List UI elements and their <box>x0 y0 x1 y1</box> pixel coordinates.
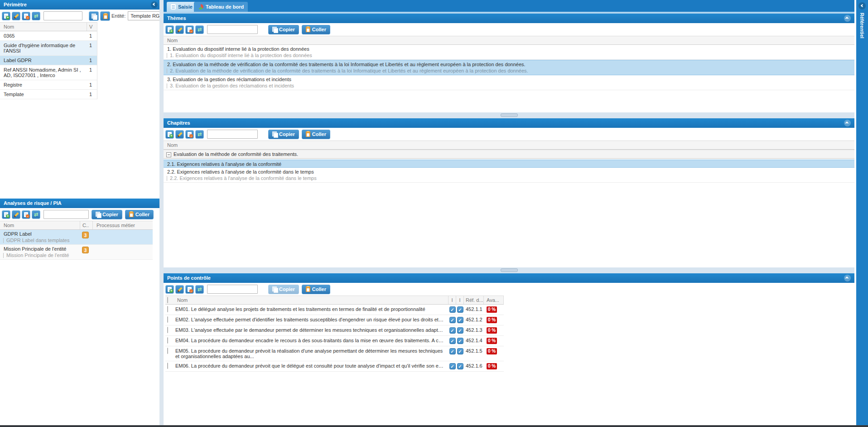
table-row[interactable]: Ref ANSSI Nomadisme, Admin SI , AD, ISO2… <box>0 65 97 80</box>
collapse-west-button[interactable] <box>151 1 158 8</box>
table-row[interactable]: 3. Evaluation de la gestion des réclamat… <box>164 75 854 90</box>
table-row[interactable]: Template 1 <box>0 90 97 99</box>
edit-button[interactable] <box>175 25 184 34</box>
expand-referentiel-button[interactable] <box>858 2 866 10</box>
column-header-nom[interactable]: Nom <box>0 221 80 229</box>
edit-button[interactable] <box>175 285 184 294</box>
collapse-themes-button[interactable] <box>844 15 851 22</box>
select-all-checkbox[interactable] <box>167 297 168 303</box>
checked-checkbox-icon[interactable]: ✓ <box>449 363 456 369</box>
table-row[interactable]: EM03. L'analyse effectuée par le demande… <box>165 325 504 336</box>
table-row[interactable]: 1. Evaluation du dispositif interne lié … <box>164 45 854 60</box>
copier-button[interactable]: Copier <box>92 210 122 219</box>
checked-checkbox-icon[interactable]: ✓ <box>457 338 463 344</box>
tab-saisie[interactable]: Saisie <box>167 2 197 12</box>
row-checkbox[interactable] <box>167 327 168 333</box>
table-row[interactable]: EM04. La procédure du demandeur encadre … <box>165 336 504 346</box>
table-row[interactable]: 0365 1 <box>0 31 97 41</box>
analyses-filter-input[interactable] <box>43 210 89 219</box>
copier-button-disabled[interactable]: Copier <box>268 285 299 294</box>
table-row[interactable]: Mission Principale de l'entité Mission P… <box>0 245 153 260</box>
row-checkbox[interactable] <box>167 337 168 344</box>
coller-button[interactable]: Coller <box>302 285 330 294</box>
column-header-nom[interactable]: Nom <box>175 296 448 304</box>
column-header-ava[interactable]: Ava... <box>484 296 504 304</box>
coller-button[interactable]: Coller <box>302 130 330 139</box>
checked-checkbox-icon[interactable]: ✓ <box>449 306 456 313</box>
group-row[interactable]: Evaluation de la méthode de conformité d… <box>164 150 854 159</box>
delete-button[interactable]: - <box>185 285 194 294</box>
column-header-c[interactable]: C.. <box>80 221 93 229</box>
horizontal-splitter[interactable] <box>164 112 854 118</box>
refresh-button[interactable]: ⇄ <box>195 285 204 294</box>
column-header-processus[interactable]: Processus métier <box>93 221 153 229</box>
add-button[interactable]: + <box>165 130 174 139</box>
copier-button[interactable]: Copier <box>268 25 299 34</box>
table-row-selected[interactable]: GDPR Label GDPR Label dans templates 3 <box>0 230 153 245</box>
column-header-v[interactable]: V <box>87 23 97 31</box>
delete-button[interactable]: - <box>185 130 194 139</box>
column-header-ref[interactable]: Réf. d... <box>464 296 484 304</box>
add-button[interactable]: + <box>2 12 10 20</box>
chapitres-filter-input[interactable] <box>207 130 258 139</box>
edit-button[interactable] <box>175 130 184 139</box>
checked-checkbox-icon[interactable]: ✓ <box>457 363 463 369</box>
collapse-chapitres-button[interactable] <box>844 120 851 126</box>
perimetre-filter-input[interactable] <box>43 11 82 20</box>
row-checkbox[interactable] <box>167 348 168 354</box>
coller-button[interactable]: Coller <box>125 210 154 219</box>
checked-checkbox-icon[interactable]: ✓ <box>449 317 456 323</box>
coller-button[interactable]: Coller <box>302 25 330 34</box>
points-filter-input[interactable] <box>207 285 258 294</box>
add-button[interactable]: + <box>165 285 174 294</box>
refresh-button[interactable]: ⇄ <box>195 130 204 139</box>
copy-icon-button[interactable] <box>89 11 99 21</box>
table-row[interactable]: EM05. La procédure du demandeur prévoit … <box>165 346 504 361</box>
column-header-nom[interactable]: Nom <box>164 36 854 44</box>
delete-button[interactable]: - <box>185 25 194 34</box>
checked-checkbox-icon[interactable]: ✓ <box>457 348 463 354</box>
table-row-selected[interactable]: 2.1. Exigences relatives à l'analyse de … <box>164 160 854 168</box>
row-checkbox[interactable] <box>167 316 168 323</box>
column-header-i1[interactable]: I <box>448 296 456 304</box>
east-collapsed-panel[interactable]: Référentiel <box>856 0 868 425</box>
splitter-grip[interactable] <box>501 268 518 272</box>
refresh-button[interactable]: ⇄ <box>32 210 40 219</box>
table-row[interactable]: Registre 1 <box>0 80 97 90</box>
add-button[interactable]: + <box>165 25 174 34</box>
row-checkbox[interactable] <box>167 363 168 369</box>
tab-tableau-de-bord[interactable]: Tableau de bord <box>194 2 248 12</box>
table-row[interactable]: EM02. L'analyse effectuée permet d'ident… <box>165 315 504 325</box>
refresh-button[interactable]: ⇄ <box>32 12 40 20</box>
checked-checkbox-icon[interactable]: ✓ <box>449 338 456 344</box>
table-row-selected[interactable]: 2. Evaluation de la méthode de vérificat… <box>164 60 854 75</box>
table-row-selected[interactable]: Label GDPR 1 <box>0 56 97 65</box>
checked-checkbox-icon[interactable]: ✓ <box>457 317 463 323</box>
table-row[interactable]: EM01. Le délégué analyse les projets de … <box>165 305 504 315</box>
collapse-group-icon[interactable] <box>166 152 171 157</box>
table-row[interactable]: EM06. La procédure du demandeur prévoit … <box>165 361 504 372</box>
add-button[interactable]: + <box>2 210 10 219</box>
collapse-points-button[interactable] <box>844 275 851 281</box>
table-row[interactable]: Guide d'hygiène informatique de l'ANSSI … <box>0 41 97 56</box>
table-row[interactable]: 2.2. Exigences relatives à l'analyse de … <box>164 168 854 183</box>
west-splitter[interactable] <box>159 0 164 425</box>
edit-button[interactable] <box>12 12 20 20</box>
column-header-nom[interactable]: Nom <box>164 141 854 149</box>
checked-checkbox-icon[interactable]: ✓ <box>449 348 456 354</box>
copier-button[interactable]: Copier <box>268 130 299 139</box>
paste-icon-button[interactable] <box>100 11 110 21</box>
column-header-i2[interactable]: I <box>456 296 464 304</box>
edit-button[interactable] <box>12 210 20 219</box>
themes-filter-input[interactable] <box>207 25 258 34</box>
checked-checkbox-icon[interactable]: ✓ <box>457 327 463 334</box>
horizontal-splitter[interactable] <box>164 267 854 273</box>
row-checkbox[interactable] <box>167 306 168 312</box>
delete-button[interactable]: - <box>22 12 30 20</box>
column-header-nom[interactable]: Nom <box>0 23 87 31</box>
delete-button[interactable]: - <box>22 210 30 219</box>
splitter-grip[interactable] <box>501 113 518 117</box>
refresh-button[interactable]: ⇄ <box>195 25 204 34</box>
checked-checkbox-icon[interactable]: ✓ <box>457 306 463 313</box>
checked-checkbox-icon[interactable]: ✓ <box>449 327 456 334</box>
